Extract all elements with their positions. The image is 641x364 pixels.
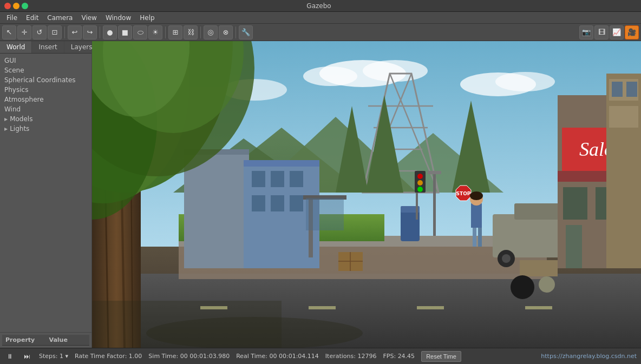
svg-rect-40 (306, 198, 344, 230)
reset-time-btn[interactable]: Reset Time (421, 351, 461, 362)
svg-rect-97 (525, 306, 552, 309)
menu-help[interactable]: Help (135, 13, 159, 23)
svg-point-66 (539, 276, 555, 293)
scale-tool-btn[interactable]: ⊡ (48, 25, 62, 39)
svg-point-60 (470, 191, 483, 200)
box-btn[interactable]: ■ (118, 25, 132, 39)
menu-edit[interactable]: Edit (22, 13, 43, 23)
svg-point-3 (303, 67, 357, 86)
plot-btn[interactable]: 📈 (610, 25, 624, 39)
redo-btn[interactable]: ↪ (83, 25, 97, 39)
rotate-tool-btn[interactable]: ↺ (32, 25, 47, 39)
tree-lights[interactable]: Lights (0, 124, 91, 134)
snap-btn[interactable]: ⊞ (168, 25, 182, 39)
svg-rect-79 (626, 82, 637, 97)
undo-btn[interactable]: ↩ (68, 25, 82, 39)
tab-world[interactable]: World (0, 41, 32, 53)
svg-rect-96 (417, 306, 444, 309)
status-bar: ⏸ ⏭ Steps: 1 ▾ Rate Time Factor: 1.00 Si… (0, 348, 641, 364)
joint-btn[interactable]: ⊗ (219, 25, 233, 39)
svg-rect-81 (428, 171, 441, 174)
tree-scene[interactable]: Scene (0, 65, 91, 75)
sphere-btn[interactable]: ● (103, 25, 117, 39)
screenshot-btn[interactable]: 📷 (579, 25, 593, 39)
tree-atmosphere[interactable]: Atmosphere (0, 95, 91, 104)
sim-time-display: Sim Time: 00 00:01:03.980 (148, 353, 230, 360)
sep5 (236, 27, 236, 38)
window-title: Gazebo (28, 2, 610, 10)
maximize-btn[interactable] (22, 3, 28, 9)
sep4 (200, 27, 201, 38)
record-btn[interactable]: 🎞 (594, 25, 609, 39)
close-btn[interactable] (4, 3, 11, 9)
svg-rect-93 (92, 301, 282, 348)
sidebar-tabs: World Insert Layers (0, 41, 91, 54)
svg-rect-21 (290, 171, 303, 187)
steps-label: Steps: 1 ▾ (39, 353, 68, 360)
tree-wind[interactable]: Wind (0, 104, 91, 114)
svg-point-47 (417, 174, 423, 179)
svg-point-49 (417, 187, 423, 192)
svg-rect-78 (612, 82, 623, 97)
svg-rect-77 (609, 106, 638, 128)
svg-rect-22 (252, 195, 265, 211)
svg-rect-57 (473, 228, 476, 247)
rtf-display: Rate Time Factor: 1.00 (75, 353, 142, 360)
svg-rect-24 (290, 195, 303, 211)
viewport[interactable]: STOP (92, 41, 641, 348)
svg-rect-20 (271, 171, 284, 187)
menu-window[interactable]: Window (101, 13, 135, 23)
scene-canvas: STOP (92, 41, 641, 348)
svg-rect-58 (478, 228, 482, 247)
translate-tool-btn[interactable]: ✛ (17, 25, 31, 39)
menu-camera[interactable]: Camera (43, 13, 77, 23)
svg-rect-18 (244, 160, 319, 167)
tree-models[interactable]: Models (0, 114, 91, 124)
pause-btn[interactable]: ⏸ (4, 351, 15, 362)
svg-rect-80 (433, 171, 436, 236)
scene-svg: STOP (92, 41, 641, 348)
step-btn[interactable]: ⏭ (22, 351, 32, 362)
tree-physics[interactable]: Physics (0, 85, 91, 95)
svg-point-5 (495, 72, 555, 91)
sidebar: World Insert Layers GUI Scene Spherical … (0, 41, 92, 348)
magnet-btn[interactable]: ◎ (204, 25, 218, 39)
tree-gui[interactable]: GUI (0, 56, 91, 65)
main-layout: World Insert Layers GUI Scene Spherical … (0, 41, 641, 348)
tree-spherical-coords[interactable]: Spherical Coordinates (0, 75, 91, 85)
link-btn[interactable]: ⛓ (184, 25, 198, 39)
sep2 (100, 27, 100, 38)
svg-rect-94 (200, 306, 227, 309)
iterations-display: Iterations: 12796 (325, 353, 377, 360)
wrench-btn[interactable]: 🔧 (239, 25, 253, 39)
fps-display: FPS: 24.45 (383, 353, 415, 360)
menu-view[interactable]: View (77, 13, 101, 23)
sep1 (64, 27, 65, 38)
cylinder-btn[interactable]: ⬭ (133, 25, 147, 39)
svg-rect-95 (309, 306, 336, 309)
property-panel: Property Value (0, 332, 91, 348)
svg-point-65 (511, 275, 534, 299)
svg-rect-75 (606, 74, 641, 268)
sep3 (165, 27, 166, 38)
toolbar: ↖ ✛ ↺ ⊡ ↩ ↪ ● ■ ⬭ ☀ ⊞ ⛓ ◎ ⊗ 🔧 📷 🎞 📈 🎥 (0, 24, 641, 41)
svg-rect-72 (563, 187, 587, 220)
svg-text:STOP: STOP (456, 191, 471, 196)
tab-insert[interactable]: Insert (32, 41, 64, 53)
world-tree: GUI Scene Spherical Coordinates Physics … (0, 54, 91, 332)
select-tool-btn[interactable]: ↖ (2, 25, 16, 39)
svg-point-48 (417, 180, 423, 186)
svg-point-53 (502, 254, 511, 263)
svg-rect-64 (520, 260, 558, 276)
menu-file[interactable]: File (2, 13, 22, 23)
minimize-btn[interactable] (13, 3, 19, 9)
svg-rect-56 (471, 203, 482, 228)
svg-rect-19 (252, 171, 265, 187)
prop-header: Property Value (2, 335, 89, 346)
title-bar: Gazebo (0, 0, 641, 12)
camera-view-btn[interactable]: 🎥 (625, 25, 639, 39)
menu-bar: File Edit Camera View Window Help (0, 12, 641, 24)
window-controls[interactable] (4, 3, 28, 9)
light-btn[interactable]: ☀ (148, 25, 162, 39)
svg-rect-74 (566, 225, 582, 268)
